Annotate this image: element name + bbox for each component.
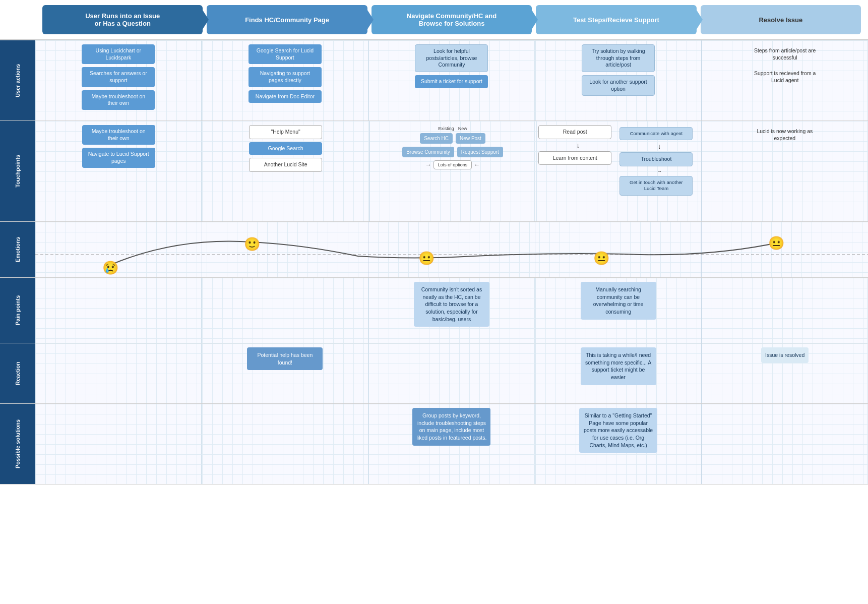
pp-cell-3: Community isn't sorted as neatly as the … — [368, 278, 535, 343]
tp-cell-4: Read post ↓ Learn from content Communica… — [536, 121, 701, 221]
pp-cell-2 — [202, 278, 369, 343]
tp-browse-community: Browse Community — [402, 147, 454, 157]
tp-cell-5: Lucid is now working as expected — [702, 121, 868, 221]
journey-map: User Runs into an Issueor Has a Question… — [0, 0, 868, 604]
user-actions-content: Using Lucidchart or Lucidspark Searches … — [35, 40, 868, 120]
rx-cell-5: Issue is resolved — [702, 343, 868, 403]
ua-doc-editor-card: Navigate from Doc Editor — [249, 90, 322, 103]
solutions-label: Possible solutions — [0, 404, 35, 484]
user-actions-section: User actions Using Lucidchart or Lucidsp… — [0, 40, 868, 121]
sol-cell-1 — [35, 404, 202, 484]
touchpoints-content: Maybe troubleshoot on their own Navigate… — [35, 121, 868, 221]
phase-5-header: Resolve Issue — [701, 5, 861, 34]
phase-1-header: User Runs into an Issueor Has a Question — [42, 5, 203, 34]
ua-cell-3: Look for helpful posts/articles, browse … — [368, 40, 535, 120]
rx-potential-help: Potential help has been found! — [247, 347, 323, 370]
tp-help-menu-card: "Help Menu" — [249, 125, 322, 139]
emoji-neutral-3: 😐 — [768, 235, 784, 251]
ua-google-card: Google Search for Lucid Support — [249, 44, 322, 64]
user-actions-label: User actions — [0, 40, 35, 120]
ua-cell-4: Try solution by walking through steps fr… — [535, 40, 702, 120]
emoji-neutral-2: 😐 — [593, 250, 609, 266]
ua-searches-card: Searches for answers or support — [82, 67, 155, 87]
ua-cell-5: Steps from article/post are successful S… — [702, 40, 868, 120]
touchpoints-section: Touchpoints Maybe troubleshoot on their … — [0, 121, 868, 222]
emoji-neutral-1: 😐 — [418, 250, 435, 266]
tp-troubleshoot-card: Maybe troubleshoot on their own — [82, 125, 155, 145]
emotions-content: 😢 🙂 😐 😐 😐 — [35, 222, 868, 277]
sol-cell-4: Similar to a "Getting Started" Page have… — [535, 404, 702, 484]
tp-new-post: New Post — [456, 133, 485, 144]
emotion-curve — [35, 222, 868, 277]
phase-3-header: Navigate Community/HC andBrowse for Solu… — [371, 5, 532, 34]
ua-navigating-card: Navigating to support pages directly — [249, 67, 322, 87]
pain-points-content: Community isn't sorted as neatly as the … — [35, 278, 868, 343]
sol-cell-5 — [702, 404, 868, 484]
ua-steps-success-card: Steps from article/post are successful — [749, 44, 822, 64]
ua-cell-2: Google Search for Lucid Support Navigati… — [202, 40, 369, 120]
ua-lucidchart-card: Using Lucidchart or Lucidspark — [82, 44, 155, 64]
pp-cell-5 — [702, 278, 868, 343]
solutions-section: Possible solutions Group posts by keywor… — [0, 404, 868, 485]
sol-group-posts: Group posts by keyword, include troubles… — [412, 408, 490, 446]
tp-search-hc: Search HC — [420, 133, 453, 144]
ua-troubleshoot-card: Maybe troubleshoot on their own — [82, 90, 155, 110]
pp-community-sorted: Community isn't sorted as neatly as the … — [414, 282, 489, 327]
ua-another-option-card: Look for another support option — [582, 75, 655, 96]
emotions-section: Emotions 😢 🙂 😐 😐 😐 — [0, 222, 868, 278]
ua-submit-ticket-card: Submit a ticket for support — [415, 75, 488, 88]
rx-cell-1 — [35, 343, 202, 403]
rx-cell-4: This is taking a while/I need something … — [535, 343, 702, 403]
phase-headers: User Runs into an Issueor Has a Question… — [0, 0, 868, 40]
pp-cell-1 — [35, 278, 202, 343]
sol-getting-started: Similar to a "Getting Started" Page have… — [579, 408, 657, 453]
reaction-label: Reaction — [0, 343, 35, 403]
tp-request-support: Request Support — [457, 147, 503, 157]
rx-issue-resolved: Issue is resolved — [761, 347, 809, 363]
phase-4-header: Test Steps/Recieve Support — [536, 5, 696, 34]
emoji-sad: 😢 — [102, 260, 118, 276]
ua-cell-1: Using Lucidchart or Lucidspark Searches … — [35, 40, 202, 120]
tp-google-search-card: Google Search — [249, 142, 322, 155]
phase-2-header: Finds HC/Community Page — [207, 5, 367, 34]
emoji-smile: 🙂 — [244, 236, 260, 252]
reaction-content: Potential help has been found! This is t… — [35, 343, 868, 403]
solutions-content: Group posts by keyword, include troubles… — [35, 404, 868, 484]
sol-cell-2 — [202, 404, 369, 484]
tp-lots-options: Lots of options — [433, 160, 472, 169]
sol-cell-3: Group posts by keyword, include troubles… — [368, 404, 535, 484]
emotions-label: Emotions — [0, 222, 35, 277]
ua-support-received-card: Support is recieved from a Lucid agent — [749, 67, 822, 87]
tp-another-site-card: Another Lucid Site — [249, 158, 322, 172]
tp-read-post: Read post — [538, 125, 611, 139]
tp-navigate-card: Navigate to Lucid Support pages — [82, 148, 155, 167]
ua-helpful-posts-card: Look for helpful posts/articles, browse … — [415, 44, 488, 72]
tp-working-expected: Lucid is now working as expected — [748, 125, 821, 145]
tp-get-in-touch: Get in touch with another Lucid Team — [619, 176, 693, 196]
rx-taking-while: This is taking a while/I need something … — [581, 347, 656, 385]
tp-cell-1: Maybe troubleshoot on their own Navigate… — [35, 121, 202, 221]
pain-points-section: Pain points Community isn't sorted as ne… — [0, 278, 868, 343]
rx-cell-2: Potential help has been found! — [202, 343, 369, 403]
ua-try-solution-card: Try solution by walking through steps fr… — [582, 44, 655, 72]
tp-cell-3: Existing New Search HC New Post Browse C… — [369, 121, 536, 221]
pain-points-label: Pain points — [0, 278, 35, 343]
pp-cell-4: Manually searching community can be over… — [535, 278, 702, 343]
pp-manually-searching: Manually searching community can be over… — [581, 282, 656, 320]
touchpoints-label: Touchpoints — [0, 121, 35, 221]
tp-cell-2: "Help Menu" Google Search Another Lucid … — [202, 121, 369, 221]
rx-cell-3 — [368, 343, 535, 403]
tp-communicate-agent: Communicate with agent — [619, 127, 693, 140]
reaction-section: Reaction Potential help has been found! … — [0, 343, 868, 404]
tp-troubleshoot: Troubleshoot — [619, 152, 693, 166]
tp-learn-content: Learn from content — [538, 151, 611, 165]
